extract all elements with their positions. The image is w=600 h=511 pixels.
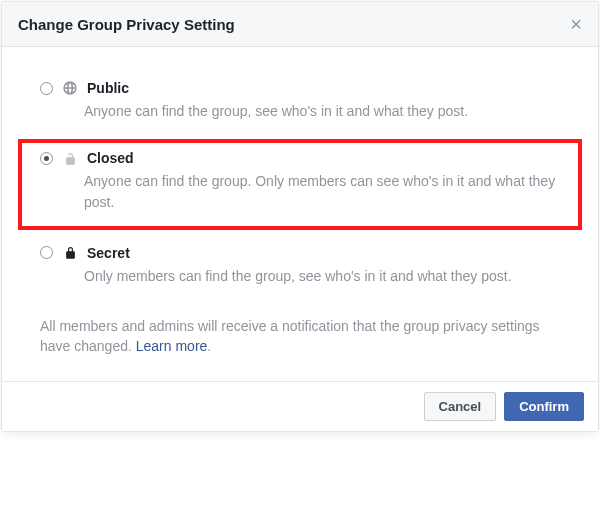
option-description: Anyone can find the group. Only members … xyxy=(84,171,560,212)
cancel-button[interactable]: Cancel xyxy=(424,392,497,421)
option-secret[interactable]: Secret Only members can find the group, … xyxy=(18,236,582,300)
notice-period: . xyxy=(207,338,211,354)
option-public[interactable]: Public Anyone can find the group, see wh… xyxy=(18,71,582,135)
option-row: Secret xyxy=(40,244,560,262)
option-description: Anyone can find the group, see who's in … xyxy=(84,101,560,121)
close-icon[interactable]: × xyxy=(570,14,582,34)
learn-more-link[interactable]: Learn more xyxy=(136,338,208,354)
notice-text-content: All members and admins will receive a no… xyxy=(40,318,540,354)
option-label: Secret xyxy=(87,245,130,261)
unlock-icon xyxy=(61,149,79,167)
radio-secret[interactable] xyxy=(40,246,53,259)
dialog-header: Change Group Privacy Setting × xyxy=(2,2,598,47)
option-description: Only members can find the group, see who… xyxy=(84,266,560,286)
option-label: Public xyxy=(87,80,129,96)
radio-closed[interactable] xyxy=(40,152,53,165)
notice-text: All members and admins will receive a no… xyxy=(18,304,582,367)
dialog-footer: Cancel Confirm xyxy=(2,381,598,431)
dialog-title: Change Group Privacy Setting xyxy=(18,16,235,33)
option-label: Closed xyxy=(87,150,134,166)
radio-public[interactable] xyxy=(40,82,53,95)
option-closed[interactable]: Closed Anyone can find the group. Only m… xyxy=(18,139,582,230)
option-row: Public xyxy=(40,79,560,97)
globe-icon xyxy=(61,79,79,97)
privacy-setting-dialog: Change Group Privacy Setting × Public An… xyxy=(1,1,599,432)
confirm-button[interactable]: Confirm xyxy=(504,392,584,421)
dialog-body: Public Anyone can find the group, see wh… xyxy=(2,47,598,381)
option-row: Closed xyxy=(40,149,560,167)
lock-icon xyxy=(61,244,79,262)
